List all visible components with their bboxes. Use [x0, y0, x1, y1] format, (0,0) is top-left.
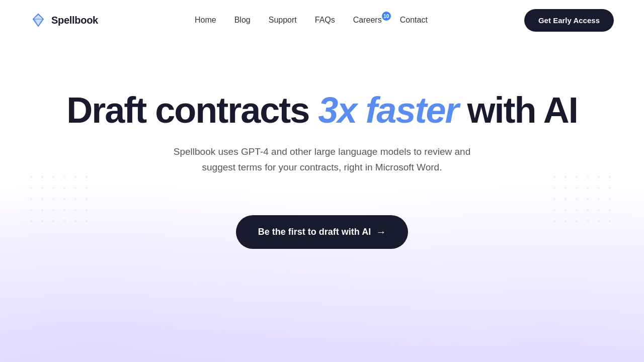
logo-icon: [30, 12, 46, 28]
hero-cta-button[interactable]: Be the first to draft with AI →: [236, 215, 408, 249]
nav-links: Home Blog Support FAQs Careers 10 Contac…: [195, 16, 428, 25]
hero-title-part1: Draft contracts: [66, 90, 318, 130]
logo-link[interactable]: Spellbook: [30, 12, 98, 28]
hero-subtitle: Spellbook uses GPT-4 and other large lan…: [166, 144, 478, 175]
hero-section: Draft contracts 3x faster with AI Spellb…: [0, 40, 644, 249]
nav-blog[interactable]: Blog: [234, 16, 251, 25]
hero-title-faster: faster: [356, 90, 458, 130]
nav-home[interactable]: Home: [195, 16, 216, 25]
hero-title-part2: with AI: [458, 90, 578, 130]
careers-badge: 10: [382, 12, 391, 21]
hero-cta-arrow-icon: →: [376, 226, 386, 238]
nav-contact[interactable]: Contact: [400, 16, 428, 25]
nav-support[interactable]: Support: [269, 16, 297, 25]
hero-title: Draft contracts 3x faster with AI: [66, 90, 578, 130]
nav-careers[interactable]: Careers 10: [353, 16, 382, 25]
navbar: Spellbook Home Blog Support FAQs Careers…: [0, 0, 644, 40]
hero-title-3x: 3x: [318, 90, 356, 130]
nav-faqs[interactable]: FAQs: [315, 16, 335, 25]
get-early-access-nav-button[interactable]: Get Early Access: [524, 9, 614, 32]
hero-cta-label: Be the first to draft with AI: [258, 227, 371, 237]
logo-text: Spellbook: [51, 15, 98, 26]
